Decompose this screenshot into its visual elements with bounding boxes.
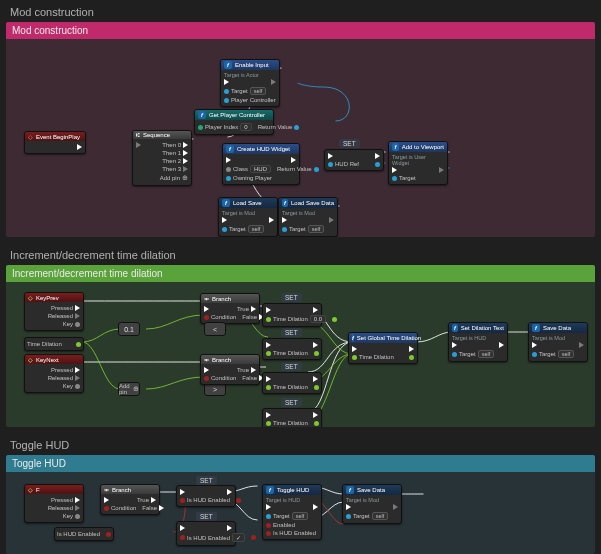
section-header-mod[interactable]: Mod construction [6,22,595,39]
function-icon: f [346,486,354,494]
node-toggle-hud[interactable]: fToggle HUD Target is HUD Targetself Ena… [262,484,322,540]
node-set-top[interactable]: Time Dilation0.0 [262,303,322,327]
section-label-inc: Increment/decrement time dilation [0,243,601,265]
set-label-botA: SET [281,362,302,371]
node-set-botA[interactable]: Time Dilation [262,372,322,394]
set-label-tog-true: SET [196,476,217,485]
node-set-global-td[interactable]: fSet Global Time Dilation Time Dilation [348,332,418,364]
section-inc: Increment/decrement time dilation ◇KeyPr… [6,265,595,427]
function-icon: f [222,199,230,207]
function-icon: f [198,111,206,119]
set-label-botB: SET [281,398,302,407]
node-save-data-inc[interactable]: fSave Data Target is Mod Targetself [528,322,588,362]
function-icon: f [352,334,354,342]
node-sequence[interactable]: ⑆ Sequence Then 0 Then 1 Then 2 Then 3 A… [132,130,192,186]
node-load-save[interactable]: fLoad Save Target is Mod Targetself [218,197,278,237]
exec-out-icon [77,144,82,150]
section-tog: Toggle HUD ◇F Pressed Released Key Is HU… [6,455,595,554]
node-save-data-tog[interactable]: fSave Data Target is Mod Targetself [342,484,402,524]
add-pin-icon[interactable]: ⊕ [182,174,188,182]
node-set-botB[interactable]: Time Dilation [262,408,322,427]
function-icon: f [226,145,234,153]
node-event-beginplay[interactable]: ◇ Event BeginPlay [24,131,86,154]
node-keyprev[interactable]: ◇KeyPrev Pressed Released Key [24,292,84,331]
node-set-dilation-text[interactable]: fSet Dilation Text Target is HUD Targets… [448,322,508,362]
graph-inc[interactable]: ◇KeyPrev Pressed Released Key Time Dilat… [6,282,595,427]
branch-icon: ⤕ [204,356,209,363]
function-icon: f [452,324,458,332]
node-get-player-controller[interactable]: fGet Player Controller Player Index0 Ret… [194,109,274,135]
node-set-tog-true[interactable]: Is HUD Enabled [176,485,236,507]
node-var-ishudenabled[interactable]: Is HUD Enabled [54,527,114,541]
node-set-mid[interactable]: Time Dilation [262,338,322,360]
node-add-to-viewport[interactable]: fAdd to Viewport Target is User Widget T… [388,141,448,185]
node-branch-tog[interactable]: ⤕Branch True ConditionFalse [100,484,160,515]
set-label-hudref: SET [339,139,360,148]
function-icon: f [266,486,274,494]
set-label-mid: SET [281,328,302,337]
graph-tog[interactable]: ◇F Pressed Released Key Is HUD Enabled ⤕… [6,472,595,554]
section-header-tog[interactable]: Toggle HUD [6,455,595,472]
node-create-hud-widget[interactable]: fCreate HUD Widget ClassHUD Return Value… [222,143,300,185]
node-var-timedilation[interactable]: Time Dilation [24,337,84,351]
node-branch-bot[interactable]: ⤕Branch True ConditionFalse [200,354,260,385]
section-label-tog: Toggle HUD [0,433,601,455]
branch-icon: ⤕ [104,486,109,493]
section-mod: Mod construction ◇ Event BeginPlay [6,22,595,237]
function-icon: f [392,143,399,151]
set-label-top: SET [281,293,302,302]
node-keynext[interactable]: ◇KeyNext Pressed Released Key [24,354,84,393]
node-branch-top[interactable]: ⤕Branch True ConditionFalse [200,293,260,324]
node-key-f[interactable]: ◇F Pressed Released Key [24,484,84,523]
section-header-inc[interactable]: Increment/decrement time dilation [6,265,595,282]
node-const-01-top[interactable]: 0.1 [118,322,140,336]
node-set-tog-false[interactable]: Is HUD Enabled✓ [176,521,236,546]
set-label-tog-false: SET [196,512,217,521]
add-pin-icon[interactable]: ⊕ [133,385,139,393]
node-enable-input[interactable]: fEnable Input Target is Actor Targetself… [220,59,280,107]
branch-icon: ⤕ [204,295,209,302]
function-icon: f [224,61,232,69]
sequence-icon: ⑆ [136,132,140,138]
function-icon: f [532,324,540,332]
node-set-hudref[interactable]: HUD Ref [324,149,384,171]
section-label-mod: Mod construction [0,0,601,22]
graph-mod[interactable]: ◇ Event BeginPlay ⑆ Sequence Then 0 Then… [6,39,595,237]
node-op-lt[interactable]: < [204,322,226,336]
function-icon: f [282,199,288,207]
node-load-save-data[interactable]: fLoad Save Data Target is Mod Targetself [278,197,338,237]
node-const-01-bot[interactable]: Add pin⊕ [118,382,140,396]
